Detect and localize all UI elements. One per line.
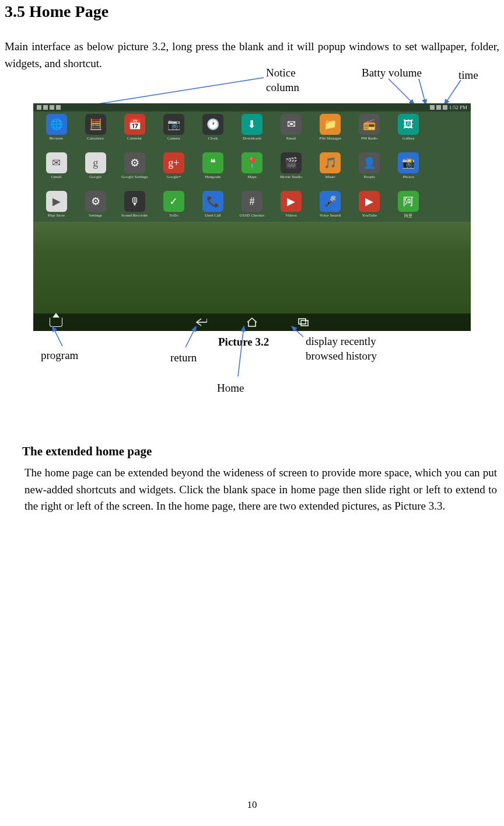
app-label: Google Settings (121, 175, 148, 179)
svg-rect-5 (301, 320, 308, 326)
app-icon[interactable]: 🖼Gallery (390, 114, 427, 150)
app-icon[interactable]: 📞Used Call (194, 191, 231, 227)
notification-icon (56, 105, 61, 110)
app-label: Gmail (51, 175, 62, 179)
app-icon[interactable]: 🎬Movie Studio (273, 152, 310, 189)
app-icon[interactable]: 📅Calendar (116, 114, 153, 150)
app-glyph-icon: 🎵 (320, 152, 341, 173)
app-label: Settings (89, 213, 102, 218)
app-icon[interactable]: ✓ToDo (155, 191, 192, 227)
app-label: YouTube (362, 213, 377, 218)
app-label: Calculator (87, 136, 104, 141)
app-label: Camera (167, 136, 180, 141)
app-label: Google+ (167, 175, 181, 179)
back-button[interactable] (192, 316, 209, 328)
label-program: program (41, 348, 78, 363)
app-glyph-icon: 阿 (398, 191, 419, 212)
app-glyph-icon: 🌐 (46, 114, 67, 135)
app-glyph-icon: 👤 (359, 152, 380, 173)
app-glyph-icon: 🎬 (281, 152, 302, 173)
recent-apps-button[interactable] (295, 316, 312, 328)
label-notice-column: Notice column (266, 66, 313, 95)
app-glyph-icon: ✓ (163, 191, 184, 212)
body-paragraph-2: The home page can be extended beyond the… (24, 465, 497, 515)
app-icon[interactable]: ✉Email (273, 114, 310, 150)
navigation-bar (33, 313, 471, 331)
label-batty-volume: Batty volume (362, 66, 422, 81)
svg-line-0 (79, 78, 264, 107)
app-glyph-icon: g (85, 152, 106, 173)
app-icon[interactable]: ✉Gmail (38, 152, 75, 189)
sub-heading: The extended home page (22, 444, 504, 459)
app-icon[interactable]: ⚙Settings (77, 191, 114, 227)
bottom-annotations: Picture 3.2 program return Home display … (0, 331, 504, 407)
notification-icon (37, 105, 41, 110)
app-glyph-icon: ▶ (46, 191, 67, 212)
app-label: Videos (285, 213, 296, 218)
app-label: Sound Recorder (121, 213, 148, 218)
svg-rect-4 (299, 319, 306, 324)
app-grid[interactable]: 🌐Browser🧮Calculator📅Calendar📷Camera🕐Cloc… (38, 114, 466, 227)
signal-icon (430, 105, 435, 110)
app-glyph-icon: 📁 (320, 114, 341, 135)
app-icon[interactable]: 📷Camera (155, 114, 192, 150)
app-glyph-icon: 📅 (124, 114, 145, 135)
app-label: Clock (208, 136, 218, 141)
home-button[interactable] (244, 316, 260, 328)
app-glyph-icon: ⚙ (85, 191, 106, 212)
app-icon[interactable]: 📻FM Radio (351, 114, 388, 150)
app-icon[interactable]: 🧮Calculator (77, 114, 114, 150)
app-icon (429, 191, 466, 227)
status-bar[interactable]: 1:52 PM (33, 103, 471, 111)
app-label: Music (325, 175, 335, 179)
app-icon[interactable]: ⚙Google Settings (116, 152, 153, 189)
app-glyph-icon: g+ (163, 152, 184, 173)
app-icon[interactable]: 🕐Clock (194, 114, 231, 150)
app-icon[interactable]: 📁File Manager (312, 114, 349, 150)
app-icon[interactable]: 📸Photos (390, 152, 427, 189)
label-time: time (459, 68, 478, 83)
app-glyph-icon: 🎙 (124, 191, 145, 212)
app-glyph-icon: ❝ (202, 152, 223, 173)
app-icon[interactable]: ❝Hangouts (194, 152, 231, 189)
figure-caption: Picture 3.2 (218, 336, 269, 348)
app-label: Google (89, 175, 102, 179)
notification-area[interactable] (37, 105, 61, 110)
clock-text: 1:52 PM (449, 104, 467, 110)
battery-icon (443, 105, 447, 110)
app-glyph-icon: 🎤 (320, 191, 341, 212)
app-icon[interactable]: 阿阿里 (390, 191, 427, 227)
app-icon[interactable]: 🎵Music (312, 152, 349, 189)
app-icon[interactable]: 🎤Voice Search (312, 191, 349, 227)
notification-icon (50, 105, 54, 110)
svg-line-1 (388, 79, 414, 104)
app-glyph-icon: 🖼 (398, 114, 419, 135)
app-label: Used Call (205, 213, 221, 218)
app-label: Calendar (127, 136, 142, 141)
app-icon[interactable]: 🎙Sound Recorder (116, 191, 153, 227)
app-icon[interactable]: 📍Maps (233, 152, 270, 189)
app-label: ToDo (169, 213, 178, 218)
app-icon[interactable]: gGoogle (77, 152, 114, 189)
screenshot-container: 1:52 PM 🌐Browser🧮Calculator📅Calendar📷Cam… (33, 103, 471, 331)
app-label: People (364, 175, 375, 179)
app-label: Photos (403, 175, 414, 179)
app-icon (429, 152, 466, 189)
app-icon[interactable]: 👤People (351, 152, 388, 189)
top-annotations: Notice column Batty volume time (0, 66, 504, 101)
app-icon[interactable]: #USSD Checker (233, 191, 270, 227)
app-glyph-icon: ✉ (281, 114, 302, 135)
app-icon (429, 114, 466, 150)
app-icon[interactable]: ⬇Downloads (233, 114, 270, 150)
app-icon[interactable]: ▶Videos (273, 191, 310, 227)
app-icon[interactable]: ▶YouTube (351, 191, 388, 227)
program-icon[interactable] (50, 318, 62, 327)
app-glyph-icon: ▶ (359, 191, 380, 212)
app-icon[interactable]: g+Google+ (155, 152, 192, 189)
app-label: Movie Studio (280, 175, 302, 179)
page-number: 10 (0, 799, 504, 811)
app-icon[interactable]: 🌐Browser (38, 114, 75, 150)
app-glyph-icon: 🕐 (202, 114, 223, 135)
app-label: Hangouts (205, 175, 220, 179)
app-icon[interactable]: ▶Play Store (38, 191, 75, 227)
